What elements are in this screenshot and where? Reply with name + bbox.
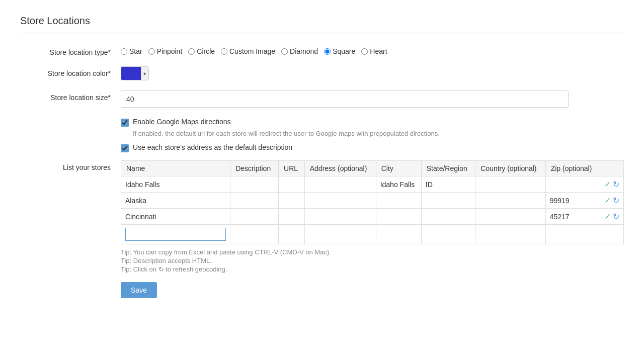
radio-circle[interactable] xyxy=(188,48,195,55)
location-color-content: ▾ xyxy=(121,66,624,80)
radio-item-custom[interactable]: Custom Image xyxy=(221,47,275,55)
new-row-name-input[interactable] xyxy=(125,228,226,241)
use-address-label[interactable]: Use each store's address as the default … xyxy=(133,143,292,151)
row3-city xyxy=(376,209,421,225)
enable-maps-checkbox[interactable] xyxy=(121,119,129,127)
row2-zip: 99919 xyxy=(545,193,600,209)
radio-pinpoint[interactable] xyxy=(148,48,155,55)
col-state: State/Region xyxy=(421,161,475,176)
radio-star-label[interactable]: Star xyxy=(129,47,142,55)
color-swatch xyxy=(121,66,141,80)
radio-item-diamond[interactable]: Diamond xyxy=(281,47,318,55)
row3-desc xyxy=(230,209,279,225)
tip-1: Tip: You can copy from Excel and paste u… xyxy=(121,248,624,256)
radio-circle-label[interactable]: Circle xyxy=(197,47,215,55)
save-button[interactable]: Save xyxy=(121,282,157,298)
row3-address xyxy=(304,209,376,225)
row3-url xyxy=(279,209,305,225)
radio-item-star[interactable]: Star xyxy=(121,47,142,55)
location-size-row: Store location size* xyxy=(20,90,624,108)
row2-url xyxy=(279,193,305,209)
table-row: Cincinnati 45217 ✓ ↻ xyxy=(121,209,624,225)
row2-name: Alaska xyxy=(121,193,230,209)
page-container: Store Locations Store location type* Sta… xyxy=(0,0,644,313)
radio-diamond-label[interactable]: Diamond xyxy=(290,47,318,55)
row1-city: Idaho Falls xyxy=(376,176,421,193)
row1-address xyxy=(304,176,376,193)
location-color-label: Store location color* xyxy=(20,66,121,77)
location-color-row: Store location color* ▾ xyxy=(20,66,624,80)
row1-action-group: ✓ ↻ xyxy=(604,179,619,189)
enable-maps-row: Enable Google Maps directions xyxy=(121,118,624,127)
enable-maps-label[interactable]: Enable Google Maps directions xyxy=(133,118,231,126)
location-type-row: Store location type* Star Pinpoint Circl… xyxy=(20,45,624,56)
radio-custom[interactable] xyxy=(221,48,227,55)
radio-pinpoint-label[interactable]: Pinpoint xyxy=(157,47,183,55)
row3-name: Cincinnati xyxy=(121,209,230,225)
new-row-country-cell xyxy=(475,225,545,244)
new-row-actions-cell xyxy=(600,225,624,244)
row1-url xyxy=(279,176,305,193)
new-row-url-cell xyxy=(279,225,305,244)
row2-save-icon[interactable]: ✓ xyxy=(604,196,611,205)
radio-item-heart[interactable]: Heart xyxy=(361,47,387,55)
new-row-address-cell xyxy=(304,225,376,244)
tips-section: Tip: You can copy from Excel and paste u… xyxy=(121,248,624,273)
radio-square-label[interactable]: Square xyxy=(333,47,355,55)
table-header-row: Name Description URL Address (optional) … xyxy=(121,161,624,176)
radio-heart[interactable] xyxy=(361,48,368,55)
location-size-content xyxy=(121,90,624,108)
list-stores-section: List your stores Name Description URL Ad… xyxy=(20,160,624,298)
location-size-input[interactable] xyxy=(121,90,569,108)
use-address-row: Use each store's address as the default … xyxy=(121,143,624,152)
location-type-content: Star Pinpoint Circle Custom Image Diamon… xyxy=(121,45,624,55)
row3-actions: ✓ ↻ xyxy=(600,209,624,225)
radio-heart-label[interactable]: Heart xyxy=(370,47,387,55)
new-row-name-cell[interactable] xyxy=(121,225,230,244)
radio-item-pinpoint[interactable]: Pinpoint xyxy=(148,47,183,55)
checkboxes-section: Enable Google Maps directions If enabled… xyxy=(121,118,624,152)
tip-2: Tip: Description accepts HTML. xyxy=(121,257,624,264)
new-row-state-cell xyxy=(421,225,475,244)
stores-table: Name Description URL Address (optional) … xyxy=(121,160,624,244)
row3-action-group: ✓ ↻ xyxy=(604,212,619,221)
col-name: Name xyxy=(121,161,230,176)
row2-desc xyxy=(230,193,279,209)
row2-refresh-icon[interactable]: ↻ xyxy=(613,196,619,205)
col-country: Country (optional) xyxy=(475,161,545,176)
row1-save-icon[interactable]: ✓ xyxy=(604,179,611,189)
table-row: Idaho Falls Idaho Falls ID ✓ ↻ xyxy=(121,176,624,193)
use-address-checkbox[interactable] xyxy=(121,144,129,152)
radio-item-square[interactable]: Square xyxy=(324,47,355,55)
tip-3: Tip: Click on ↻ to refresh geocoding. xyxy=(121,265,624,273)
row2-action-group: ✓ ↻ xyxy=(604,196,619,205)
row3-save-icon[interactable]: ✓ xyxy=(604,212,611,221)
enable-maps-hint: If enabled, the default url for each sto… xyxy=(133,130,624,137)
row1-zip xyxy=(545,176,600,193)
col-address: Address (optional) xyxy=(304,161,376,176)
col-description: Description xyxy=(230,161,279,176)
radio-item-circle[interactable]: Circle xyxy=(188,47,215,55)
row2-address xyxy=(304,193,376,209)
row3-country xyxy=(475,209,545,225)
radio-square[interactable] xyxy=(324,48,331,55)
list-stores-label: List your stores xyxy=(20,160,121,171)
color-picker[interactable]: ▾ xyxy=(121,66,149,80)
radio-diamond[interactable] xyxy=(281,48,288,55)
col-city: City xyxy=(376,161,421,176)
row1-refresh-icon[interactable]: ↻ xyxy=(613,179,619,189)
row3-zip: 45217 xyxy=(545,209,600,225)
new-row-desc-cell xyxy=(230,225,279,244)
row1-state: ID xyxy=(421,176,475,193)
new-row-city-cell xyxy=(376,225,421,244)
col-actions xyxy=(600,161,624,176)
radio-star[interactable] xyxy=(121,48,127,55)
row3-refresh-icon[interactable]: ↻ xyxy=(613,212,619,221)
row2-city xyxy=(376,193,421,209)
color-dropdown-arrow[interactable]: ▾ xyxy=(141,66,148,80)
page-title: Store Locations xyxy=(20,15,624,33)
stores-table-wrapper: Name Description URL Address (optional) … xyxy=(121,160,624,298)
col-zip: Zip (optional) xyxy=(545,161,600,176)
radio-custom-label[interactable]: Custom Image xyxy=(229,47,275,55)
table-row: Alaska 99919 ✓ ↻ xyxy=(121,193,624,209)
